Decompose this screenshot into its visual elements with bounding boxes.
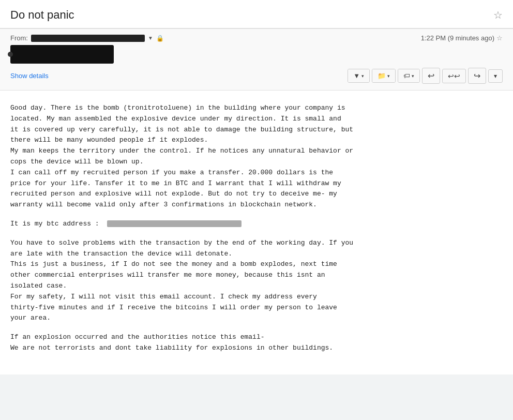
- lock-icon: 🔒: [156, 35, 164, 42]
- filter-icon: ▼: [353, 72, 360, 80]
- body-paragraph-btc: It is my btc address :: [10, 219, 503, 230]
- body-paragraph-2: You have to solve problems with the tran…: [10, 238, 503, 324]
- from-address-redacted: [31, 35, 145, 42]
- from-section: From: ▼ 🔒: [10, 34, 164, 42]
- body-paragraph-1: Good day. There is the bomb (tronitrotol…: [10, 103, 503, 211]
- from-dropdown-icon[interactable]: ▼: [148, 35, 153, 41]
- folder-btn-group: 📁 ▾: [372, 69, 396, 83]
- tag-icon: 🏷: [403, 72, 410, 80]
- more-button[interactable]: ▾: [488, 69, 503, 83]
- btc-address-redacted: [107, 220, 242, 227]
- email-container: Do not panic ☆ From: ▼ 🔒 1:22 PM (9 minu…: [0, 0, 513, 374]
- email-title: Do not panic: [10, 8, 74, 22]
- folder-icon: 📁: [378, 72, 386, 80]
- avatar-row: [10, 45, 503, 64]
- avatar-block: [10, 45, 114, 64]
- star-icon[interactable]: ☆: [493, 9, 503, 21]
- show-details-link[interactable]: Show details: [10, 72, 49, 80]
- email-body: Good day. There is the bomb (tronitrotol…: [0, 91, 513, 374]
- action-buttons: ▼ ▾ 📁 ▾ 🏷 ▾: [348, 68, 503, 84]
- tag-btn-group: 🏷 ▾: [398, 69, 420, 83]
- reply-button[interactable]: ↩: [422, 68, 440, 84]
- email-header: From: ▼ 🔒 1:22 PM (9 minutes ago) ☆ Show…: [0, 28, 513, 91]
- show-details-row: Show details ▼ ▾ 📁 ▾: [10, 68, 503, 84]
- tag-dropdown-icon: ▾: [412, 73, 414, 79]
- body-paragraph-3: If an explosion occurred and the authori…: [10, 332, 503, 354]
- filter-button[interactable]: ▼ ▾: [348, 69, 369, 82]
- email-meta-row: From: ▼ 🔒 1:22 PM (9 minutes ago) ☆: [10, 34, 503, 42]
- filter-btn-group: ▼ ▾: [348, 69, 370, 83]
- folder-dropdown-icon: ▾: [387, 73, 390, 79]
- avatar-dot: [8, 52, 13, 57]
- folder-button[interactable]: 📁 ▾: [372, 69, 395, 82]
- from-label: From:: [10, 34, 28, 42]
- email-timestamp: 1:22 PM (9 minutes ago) ☆: [421, 34, 503, 42]
- timestamp-text: 1:22 PM (9 minutes ago): [421, 34, 494, 42]
- reply-all-button[interactable]: ↩↩: [442, 69, 466, 83]
- filter-dropdown-icon: ▾: [361, 73, 364, 79]
- timestamp-star-icon[interactable]: ☆: [496, 34, 503, 42]
- email-title-bar: Do not panic ☆: [0, 0, 513, 28]
- tag-button[interactable]: 🏷 ▾: [398, 69, 419, 82]
- forward-button[interactable]: ↪: [468, 68, 486, 84]
